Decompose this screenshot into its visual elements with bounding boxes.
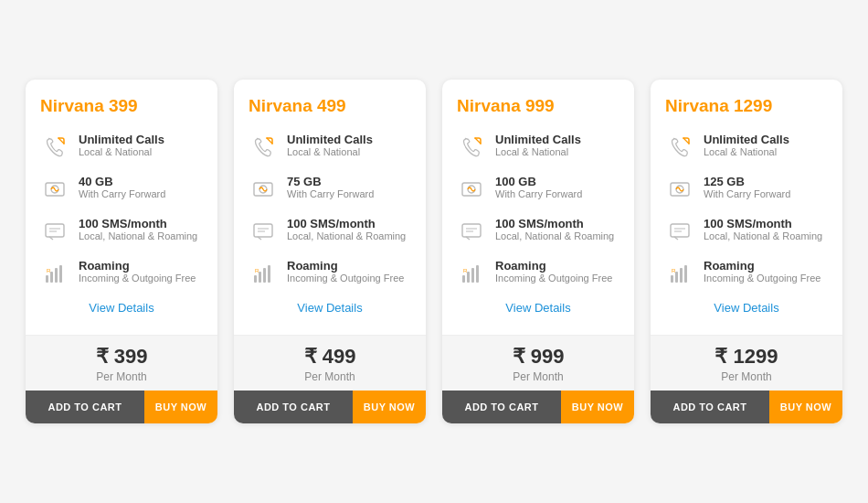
roaming-feature: R Roaming Incoming & Outgoing Free xyxy=(40,259,203,288)
view-details-link[interactable]: View Details xyxy=(249,301,411,315)
price-period: Per Month xyxy=(26,370,217,383)
calls-feature: Unlimited Calls Local & National xyxy=(457,133,619,162)
data-icon xyxy=(40,175,69,204)
roaming-icon: R xyxy=(457,259,486,288)
data-icon xyxy=(665,175,694,204)
button-row: ADD TO CART BUY NOW xyxy=(442,391,634,423)
view-details-link[interactable]: View Details xyxy=(40,301,203,315)
data-icon xyxy=(249,175,278,204)
svg-rect-5 xyxy=(46,275,48,283)
calls-icon xyxy=(40,133,69,162)
sms-sub: Local, National & Roaming xyxy=(79,230,197,241)
roaming-sub: Incoming & Outgoing Free xyxy=(495,273,612,284)
data-sub: With Carry Forward xyxy=(79,188,165,199)
price-period: Per Month xyxy=(651,370,842,383)
roaming-feature: R Roaming Incoming & Outgoing Free xyxy=(665,259,828,288)
svg-rect-8 xyxy=(59,265,62,283)
plan-body: Nirvana 1299 Unlimited Calls Local & Nat… xyxy=(651,80,842,335)
calls-main: Unlimited Calls xyxy=(704,133,789,146)
sms-icon xyxy=(665,217,694,246)
calls-main: Unlimited Calls xyxy=(495,133,581,146)
data-main: 75 GB xyxy=(287,175,374,188)
sms-sub: Local, National & Roaming xyxy=(287,230,406,241)
view-details-link[interactable]: View Details xyxy=(457,301,619,315)
svg-rect-17 xyxy=(263,268,266,283)
roaming-main: Roaming xyxy=(704,259,820,273)
plan-body: Nirvana 399 Unlimited Calls Local & Nati… xyxy=(26,80,217,335)
add-to-cart-button[interactable]: ADD TO CART xyxy=(651,391,769,423)
plan-card-nirvana-999: Nirvana 999 Unlimited Calls Local & Nati… xyxy=(442,80,634,423)
data-sub: With Carry Forward xyxy=(495,188,582,199)
svg-text:R: R xyxy=(672,268,676,273)
calls-main: Unlimited Calls xyxy=(287,133,373,146)
roaming-main: Roaming xyxy=(79,259,196,273)
data-main: 125 GB xyxy=(704,175,790,188)
svg-rect-12 xyxy=(254,224,272,237)
svg-rect-7 xyxy=(55,268,58,283)
calls-icon xyxy=(457,133,486,162)
svg-rect-26 xyxy=(467,272,470,283)
sms-feature: 100 SMS/month Local, National & Roaming xyxy=(457,217,619,246)
calls-icon xyxy=(665,133,694,162)
sms-icon xyxy=(249,217,278,246)
calls-sub: Local & National xyxy=(79,146,164,157)
add-to-cart-button[interactable]: ADD TO CART xyxy=(442,391,561,423)
price-amount: ₹ 399 xyxy=(26,345,217,369)
data-icon xyxy=(457,175,486,204)
roaming-sub: Incoming & Outgoing Free xyxy=(704,273,820,284)
svg-rect-25 xyxy=(462,275,465,283)
roaming-feature: R Roaming Incoming & Outgoing Free xyxy=(249,259,411,288)
buy-now-button[interactable]: BUY NOW xyxy=(144,391,217,423)
view-details-link[interactable]: View Details xyxy=(665,301,828,315)
pricing-container: Nirvana 399 Unlimited Calls Local & Nati… xyxy=(7,52,861,451)
plan-title: Nirvana 1299 xyxy=(665,96,828,116)
sms-icon xyxy=(40,217,69,246)
svg-rect-16 xyxy=(259,272,261,283)
buy-now-button[interactable]: BUY NOW xyxy=(353,391,426,423)
calls-feature: Unlimited Calls Local & National xyxy=(40,133,203,162)
roaming-icon: R xyxy=(665,259,694,288)
svg-rect-32 xyxy=(671,224,689,237)
data-feature: 40 GB With Carry Forward xyxy=(40,175,203,204)
roaming-main: Roaming xyxy=(287,259,404,273)
roaming-sub: Incoming & Outgoing Free xyxy=(79,273,196,284)
calls-feature: Unlimited Calls Local & National xyxy=(249,133,411,162)
svg-rect-2 xyxy=(46,224,64,237)
svg-rect-6 xyxy=(50,272,53,283)
plan-title: Nirvana 499 xyxy=(249,96,411,116)
sms-feature: 100 SMS/month Local, National & Roaming xyxy=(665,217,828,246)
calls-icon xyxy=(249,133,278,162)
plan-title: Nirvana 399 xyxy=(40,96,203,116)
sms-sub: Local, National & Roaming xyxy=(704,230,822,241)
sms-main: 100 SMS/month xyxy=(704,217,822,230)
roaming-feature: R Roaming Incoming & Outgoing Free xyxy=(457,259,619,288)
data-feature: 100 GB With Carry Forward xyxy=(457,175,619,204)
roaming-icon: R xyxy=(40,259,69,288)
data-feature: 75 GB With Carry Forward xyxy=(249,175,411,204)
sms-icon xyxy=(457,217,486,246)
add-to-cart-button[interactable]: ADD TO CART xyxy=(26,391,144,423)
buy-now-button[interactable]: BUY NOW xyxy=(561,391,634,423)
svg-text:R: R xyxy=(463,268,468,273)
sms-feature: 100 SMS/month Local, National & Roaming xyxy=(40,217,203,246)
button-row: ADD TO CART BUY NOW xyxy=(234,391,426,423)
sms-main: 100 SMS/month xyxy=(79,217,197,230)
sms-feature: 100 SMS/month Local, National & Roaming xyxy=(249,217,411,246)
sms-sub: Local, National & Roaming xyxy=(495,230,614,241)
data-main: 40 GB xyxy=(79,175,165,188)
calls-sub: Local & National xyxy=(495,146,581,157)
svg-rect-15 xyxy=(254,275,257,283)
calls-sub: Local & National xyxy=(287,146,373,157)
buy-now-button[interactable]: BUY NOW xyxy=(769,391,842,423)
plan-title: Nirvana 999 xyxy=(457,96,619,116)
svg-rect-18 xyxy=(268,265,270,283)
add-to-cart-button[interactable]: ADD TO CART xyxy=(234,391,353,423)
svg-rect-37 xyxy=(680,268,683,283)
roaming-icon: R xyxy=(249,259,278,288)
price-amount: ₹ 1299 xyxy=(651,345,842,369)
svg-rect-35 xyxy=(671,275,673,283)
roaming-main: Roaming xyxy=(495,259,612,273)
sms-main: 100 SMS/month xyxy=(495,217,614,230)
button-row: ADD TO CART BUY NOW xyxy=(651,391,842,423)
price-box: ₹ 399 Per Month xyxy=(26,335,217,391)
